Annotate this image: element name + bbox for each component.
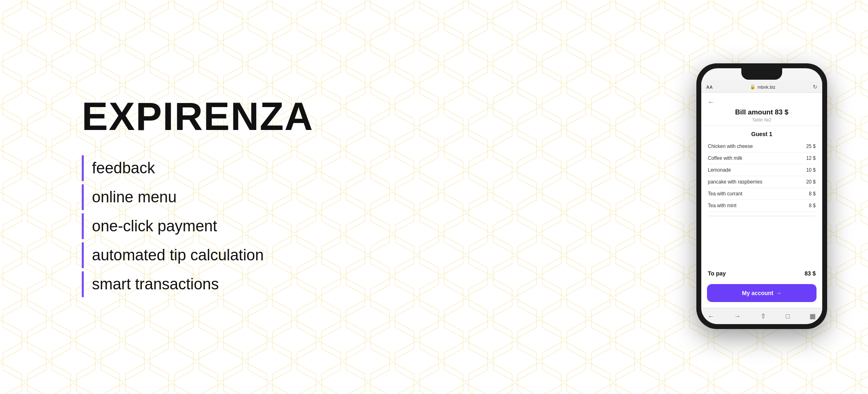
- bill-amount: 83 $: [775, 108, 788, 116]
- page-header: ← Bill amount 83 $ Table №2: [701, 93, 822, 126]
- item-name: Lemonade: [708, 167, 731, 173]
- total-row: To pay 83 $: [701, 267, 822, 280]
- my-account-button[interactable]: My account →: [707, 284, 817, 302]
- item-price: 25 $: [806, 143, 816, 149]
- forward-nav-icon[interactable]: →: [734, 313, 741, 320]
- table-row: Tea with mint 8 $: [708, 200, 816, 212]
- table-row: Chicken with cheese 25 $: [708, 141, 816, 152]
- browser-bar: AA 🔒 mbnk.biz ↻: [701, 81, 822, 93]
- item-price: 20 $: [806, 179, 816, 185]
- table-row: Tea with currant 8 $: [708, 188, 816, 200]
- page-content: ← Bill amount 83 $ Table №2 Guest 1 Chic…: [701, 93, 822, 308]
- feature-item-1: feedback: [82, 155, 392, 181]
- back-button[interactable]: ←: [708, 98, 816, 106]
- phone-notch: [741, 68, 782, 80]
- item-name: Coffee with milk: [708, 155, 742, 161]
- my-account-label: My account: [742, 290, 773, 296]
- to-pay-label: To pay: [708, 270, 726, 277]
- features-list: feedback online menu one-click payment a…: [82, 155, 392, 300]
- share-icon[interactable]: ⇧: [761, 312, 766, 320]
- item-price: 8 $: [809, 191, 816, 197]
- phone-inner: AA 🔒 mbnk.biz ↻ ← Bill amount 83 $ Table…: [701, 68, 822, 324]
- tabs-icon[interactable]: ▦: [810, 312, 816, 320]
- guest-label: Guest 1: [708, 131, 816, 137]
- feature-item-4: automated tip calculation: [82, 242, 392, 268]
- table-row: pancake with raspberries 20 $: [708, 176, 816, 188]
- brand-title: EXPIRENZA: [82, 94, 392, 139]
- feature-item-5: smart transactions: [82, 271, 392, 297]
- item-name: Tea with currant: [708, 191, 743, 197]
- bookmarks-icon[interactable]: □: [786, 313, 790, 320]
- feature-item-2: online menu: [82, 184, 392, 210]
- table-row: Lemonade 10 $: [708, 164, 816, 176]
- browser-url: 🔒 mbnk.biz: [750, 84, 775, 90]
- lock-icon: 🔒: [750, 84, 756, 90]
- item-name: Chicken with cheese: [708, 143, 753, 149]
- reload-icon[interactable]: ↻: [813, 84, 817, 90]
- table-label: Table №2: [708, 117, 816, 122]
- back-nav-icon[interactable]: ←: [708, 313, 714, 320]
- divider: [708, 216, 816, 216]
- bill-items: Guest 1 Chicken with cheese 25 $ Coffee …: [701, 126, 822, 267]
- feature-item-3: one-click payment: [82, 213, 392, 239]
- item-price: 10 $: [806, 167, 816, 173]
- item-name: Tea with mint: [708, 203, 736, 208]
- phone-outer: AA 🔒 mbnk.biz ↻ ← Bill amount 83 $ Table…: [696, 63, 827, 329]
- browser-bottom-bar: ← → ⇧ □ ▦: [701, 308, 822, 324]
- item-price: 12 $: [806, 155, 816, 161]
- left-content: EXPIRENZA feedback online menu one-click…: [0, 0, 392, 394]
- browser-aa-label: AA: [706, 85, 713, 90]
- bill-title-prefix: Bill amount: [735, 108, 775, 116]
- to-pay-amount: 83 $: [805, 270, 816, 277]
- arrow-icon: →: [776, 290, 782, 296]
- phone-mockup: AA 🔒 mbnk.biz ↻ ← Bill amount 83 $ Table…: [696, 12, 827, 380]
- bill-title: Bill amount 83 $: [708, 108, 816, 116]
- item-name: pancake with raspberries: [708, 179, 762, 185]
- item-price: 8 $: [809, 203, 816, 208]
- table-row: Coffee with milk 12 $: [708, 152, 816, 164]
